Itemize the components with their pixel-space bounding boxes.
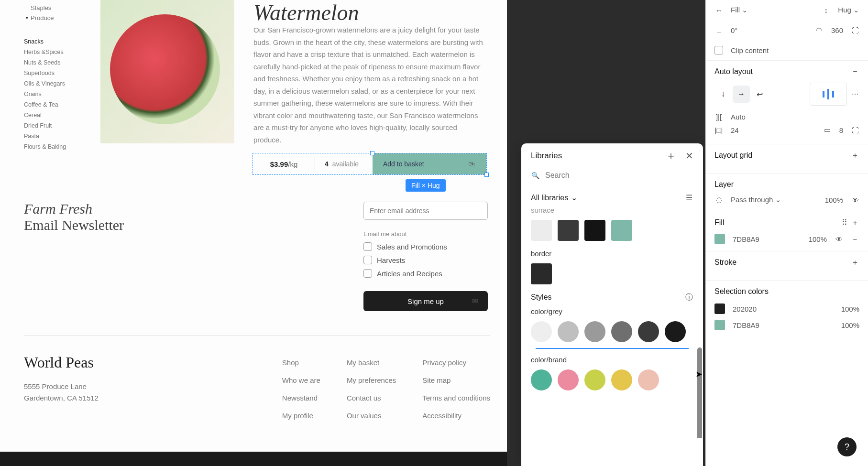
color-swatch[interactable] <box>665 321 686 342</box>
layer-opacity-input[interactable]: 100% <box>825 196 843 204</box>
footer-link[interactable]: Our values <box>347 407 396 424</box>
color-swatch[interactable] <box>714 320 725 330</box>
color-swatch[interactable] <box>531 263 552 284</box>
nav-item[interactable]: Grains <box>24 89 96 99</box>
color-swatch[interactable] <box>611 321 632 342</box>
footer-link[interactable]: My profile <box>282 407 320 424</box>
footer-link[interactable]: My basket <box>347 354 396 371</box>
nav-item[interactable]: Herbs &Spices <box>24 47 96 57</box>
sign-up-button[interactable]: Sign me up ✉ <box>363 291 488 311</box>
footer-link[interactable]: Terms and conditions <box>422 389 490 407</box>
checkbox[interactable] <box>363 269 372 278</box>
independent-corners-icon[interactable]: ⛶ <box>851 26 859 34</box>
color-swatch[interactable] <box>584 321 605 342</box>
selection-size-badge: Fill × Hug <box>406 179 446 192</box>
color-swatch[interactable] <box>531 321 552 342</box>
newsletter-option[interactable]: Harvests <box>363 256 488 264</box>
libraries-scrollbar[interactable] <box>697 347 702 438</box>
footer-link[interactable]: Shop <box>282 354 320 371</box>
checkbox[interactable] <box>363 256 372 264</box>
alignment-preview[interactable] <box>810 83 847 106</box>
price-bar-selection[interactable]: $3.99/kg 4available Add to basket 🛍 <box>253 153 487 175</box>
color-swatch[interactable] <box>531 220 552 241</box>
color-swatch[interactable] <box>558 220 579 241</box>
newsletter-option[interactable]: Sales and Promotions <box>363 242 488 251</box>
blend-mode-dropdown[interactable]: Pass through ⌄ <box>731 195 781 204</box>
eye-icon[interactable]: 👁 <box>835 235 843 243</box>
plus-icon[interactable]: ＋ <box>851 258 859 267</box>
fill-swatch[interactable] <box>714 234 725 244</box>
footer-link[interactable]: Newsstand <box>282 389 320 407</box>
color-swatch[interactable] <box>584 369 605 390</box>
plus-icon[interactable]: ＋ <box>851 218 859 227</box>
minus-icon[interactable]: − <box>851 235 859 243</box>
fill-opacity-input[interactable]: 100% <box>809 235 827 243</box>
footer-link[interactable]: Accessibility <box>422 407 490 424</box>
padding-h-input[interactable]: 24 <box>731 126 739 134</box>
selection-color-row[interactable]: 202020100% <box>714 301 859 317</box>
fill-hex-input[interactable]: 7DB8A9 <box>733 235 759 243</box>
corner-radius-input[interactable]: 360 <box>831 26 843 34</box>
resize-h-dropdown[interactable]: Fill ⌄ <box>731 6 748 14</box>
nav-item[interactable]: Produce <box>24 13 96 23</box>
add-to-basket-button[interactable]: Add to basket 🛍 <box>373 153 486 174</box>
email-input[interactable] <box>363 202 488 220</box>
color-swatch[interactable] <box>558 321 579 342</box>
nav-item[interactable]: Cereal <box>24 110 96 120</box>
direction-wrap-button[interactable]: ↩ <box>751 86 768 103</box>
nav-item[interactable]: Staples <box>24 3 96 13</box>
libraries-search-input[interactable] <box>545 171 693 180</box>
minus-icon[interactable]: − <box>851 67 859 76</box>
footer-link[interactable]: Privacy policy <box>422 354 490 371</box>
footer-link[interactable]: Site map <box>422 371 490 389</box>
color-swatch[interactable] <box>638 321 659 342</box>
plus-icon[interactable]: ＋ <box>851 151 859 160</box>
direction-vertical-button[interactable]: ↓ <box>714 86 732 103</box>
styles-icon[interactable]: ⠿ <box>840 218 849 227</box>
price-cell: $3.99/kg <box>253 157 315 171</box>
spacing-input[interactable]: Auto <box>731 113 746 121</box>
envelope-icon: ✉ <box>471 297 479 305</box>
color-swatch[interactable] <box>611 369 632 390</box>
eye-icon[interactable]: 👁 <box>851 195 859 204</box>
footer-address: 5555 Produce Lane Gardentown, CA 51512 <box>24 381 99 404</box>
all-libraries-dropdown[interactable]: All libraries⌄ ☰ <box>521 186 703 209</box>
selection-color-row[interactable]: 7DB8A9100% <box>714 317 859 333</box>
availability-cell: 4available <box>315 153 373 174</box>
rotation-input[interactable]: 0° <box>731 26 737 34</box>
info-icon[interactable]: ⓘ <box>685 293 693 302</box>
color-swatch[interactable] <box>558 369 579 390</box>
footer-link[interactable]: My preferences <box>347 371 396 389</box>
footer-link[interactable]: Who we are <box>282 371 320 389</box>
page-footer: World Peas 5555 Produce Lane Gardentown,… <box>24 354 490 424</box>
color-swatch[interactable] <box>531 369 552 390</box>
checkbox[interactable] <box>363 242 372 251</box>
close-icon[interactable]: ✕ <box>685 152 693 160</box>
more-icon[interactable]: ⋯ <box>851 90 859 98</box>
stroke-heading: Stroke <box>714 258 736 267</box>
design-canvas[interactable]: StaplesProduce SnacksHerbs &SpicesNuts &… <box>0 0 521 459</box>
nav-item[interactable]: Dried Fruit <box>24 120 96 131</box>
independent-padding-icon[interactable]: ⛶ <box>851 126 859 134</box>
footer-link[interactable]: Contact us <box>347 389 396 407</box>
direction-horizontal-button[interactable]: → <box>733 86 750 103</box>
clip-content-checkbox[interactable] <box>714 46 723 54</box>
nav-item[interactable]: Flours & Baking <box>24 141 96 152</box>
nav-item[interactable]: Pasta <box>24 131 96 141</box>
plus-icon[interactable]: ＋ <box>667 152 675 160</box>
list-view-icon[interactable]: ☰ <box>685 194 693 202</box>
nav-item[interactable]: Oils & Vinegars <box>24 78 96 89</box>
help-button[interactable]: ? <box>837 437 857 456</box>
color-swatch[interactable] <box>638 369 659 390</box>
libraries-panel: Libraries ＋ ✕ 🔍 All libraries⌄ ☰ surface… <box>521 143 703 466</box>
color-swatch[interactable] <box>611 220 632 241</box>
color-swatch[interactable] <box>714 303 725 314</box>
nav-item[interactable]: Nuts & Seeds <box>24 57 96 68</box>
resize-v-dropdown[interactable]: Hug ⌄ <box>838 6 859 14</box>
padding-h-icon: |□| <box>714 126 723 134</box>
color-swatch[interactable] <box>584 220 605 241</box>
nav-item[interactable]: Coffee & Tea <box>24 99 96 110</box>
nav-item[interactable]: Superfoods <box>24 68 96 78</box>
padding-v-input[interactable]: 8 <box>839 126 843 134</box>
newsletter-option[interactable]: Articles and Recipes <box>363 269 488 278</box>
